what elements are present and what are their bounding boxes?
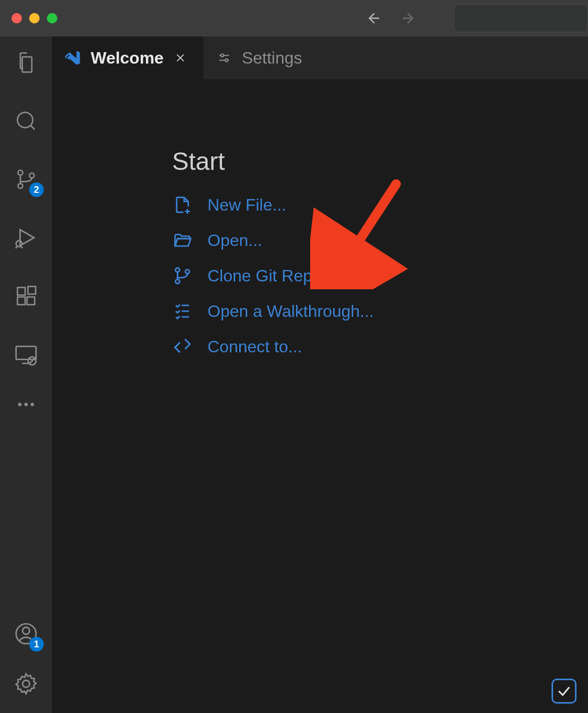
start-item-label: Open... [207,231,262,250]
start-item-label: Clone Git Repository... [207,266,374,286]
svg-point-4 [16,241,22,247]
account-icon[interactable]: 1 [11,619,41,648]
start-walkthrough[interactable]: Open a Walkthrough... [172,301,588,322]
svg-point-16 [22,680,29,687]
start-list: New File... Open... Clone Git Repository… [172,194,588,357]
settings-gear-icon[interactable] [11,669,41,698]
tab-settings[interactable]: Settings [203,36,318,79]
search-icon[interactable] [11,106,41,136]
remote-explorer-icon[interactable] [11,340,41,369]
nav-arrows [365,0,417,36]
svg-point-20 [176,279,180,284]
svg-point-0 [18,113,33,128]
minimize-window-button[interactable] [29,13,40,23]
git-branch-icon [172,265,193,286]
svg-rect-7 [27,297,35,305]
nav-back-button[interactable] [365,9,384,28]
close-window-button[interactable] [11,13,22,23]
start-new-file[interactable]: New File... [172,194,588,215]
start-heading: Start [172,147,588,176]
main-area: 2 1 [0,36,588,713]
close-icon[interactable] [173,51,188,65]
window-controls [0,13,57,23]
start-item-label: New File... [207,195,286,215]
svg-point-3 [29,173,34,178]
titlebar [0,0,588,36]
svg-rect-5 [18,288,26,296]
welcome-toggle-checkbox[interactable] [552,679,577,704]
welcome-page: Start New File... Open... [52,79,588,357]
tab-welcome[interactable]: Welcome [52,36,203,79]
sliders-icon [216,50,232,66]
tab-bar: Welcome Settings [52,36,588,79]
start-item-label: Open a Walkthrough... [207,302,374,321]
source-control-icon[interactable]: 2 [11,165,41,194]
fullscreen-window-button[interactable] [47,13,57,23]
new-file-icon [172,194,193,215]
start-clone-git[interactable]: Clone Git Repository... [172,265,588,286]
start-open[interactable]: Open... [172,230,588,251]
editor-area: Welcome Settings Start New File... [52,36,588,713]
activity-bar: 2 1 [0,36,52,713]
checklist-icon [172,301,193,322]
extensions-icon[interactable] [11,281,41,311]
command-center-search[interactable] [454,4,588,32]
nav-forward-button[interactable] [398,9,417,28]
svg-rect-8 [28,287,36,294]
svg-point-17 [221,54,224,57]
svg-point-13 [31,403,34,406]
svg-point-2 [18,183,22,188]
svg-point-12 [24,403,28,406]
explorer-icon[interactable] [11,48,41,77]
start-item-label: Connect to... [207,337,302,357]
tab-label: Settings [242,48,302,68]
tab-label: Welcome [91,48,164,68]
run-debug-icon[interactable] [11,223,41,252]
account-badge: 1 [29,637,44,651]
start-connect[interactable]: Connect to... [172,336,588,357]
svg-point-18 [225,59,228,62]
source-control-badge: 2 [29,182,44,197]
svg-point-1 [18,170,22,175]
more-icon[interactable] [11,398,41,411]
svg-point-15 [22,628,29,634]
folder-open-icon [172,230,193,251]
svg-point-11 [18,403,21,406]
svg-point-19 [176,268,180,272]
activity-bar-bottom: 1 [11,619,41,713]
svg-point-21 [186,269,190,274]
remote-icon [172,336,193,357]
svg-rect-6 [18,297,26,305]
vscode-icon [65,50,81,66]
